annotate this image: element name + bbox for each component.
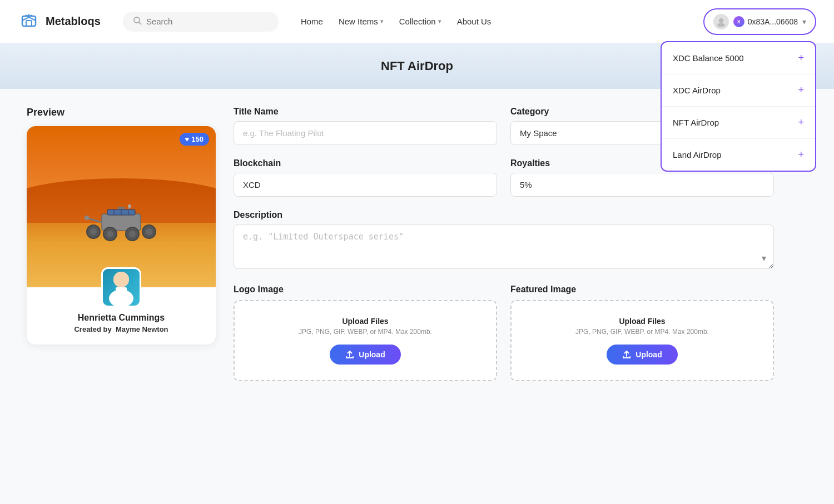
svg-rect-31 [116, 287, 127, 300]
nav-home[interactable]: Home [301, 17, 323, 26]
app-name: Metabloqs [46, 15, 101, 28]
nav-collection[interactable]: Collection ▾ [399, 17, 441, 26]
svg-line-22 [88, 218, 102, 222]
svg-point-21 [146, 228, 152, 235]
upload-icon [622, 350, 631, 359]
wallet-address: X 0x83A...06608 [733, 16, 798, 27]
svg-point-15 [90, 228, 97, 235]
creator-avatar [101, 267, 141, 307]
rover-illustration [77, 203, 166, 247]
royalties-input[interactable] [510, 173, 774, 197]
avatar-section: Henrietta Cummings Created by Mayme Newt… [27, 267, 216, 333]
featured-upload-box: Upload Files JPG, PNG, GIF, WEBP, or MP4… [510, 300, 774, 381]
svg-point-17 [107, 231, 113, 237]
dropdown-item-xdc-airdrop[interactable]: XDC AirDrop + [662, 74, 815, 107]
nav-links: Home New Items ▾ Collection ▾ About Us [301, 17, 703, 26]
chevron-down-icon: ▾ [438, 18, 441, 25]
preview-card: ♥ 150 Henrietta Cummings [27, 126, 216, 345]
svg-point-8 [717, 23, 725, 27]
plus-icon: + [798, 117, 804, 128]
logo-area[interactable]: Metabloqs [18, 9, 101, 34]
search-icon [133, 16, 142, 27]
title-name-group: Title Name [234, 107, 497, 145]
logo-image-group: Logo Image Upload Files JPG, PNG, GIF, W… [234, 285, 497, 381]
logo-upload-button[interactable]: Upload [330, 345, 400, 365]
wallet-button[interactable]: X 0x83A...06608 ▾ [703, 8, 816, 35]
navbar: Metabloqs Home New Items ▾ Collection ▾ … [0, 0, 834, 43]
description-wrapper: ▾ [234, 224, 774, 271]
logo-upload-hint: JPG, PNG, GIF, WEBP, or MP4. Max 200mb. [246, 328, 485, 336]
description-label: Description [234, 210, 774, 220]
title-name-input[interactable] [234, 121, 497, 145]
upload-row: Logo Image Upload Files JPG, PNG, GIF, W… [234, 285, 774, 381]
featured-image-label: Featured Image [510, 285, 774, 295]
description-textarea[interactable] [234, 224, 774, 269]
nav-new-items[interactable]: New Items ▾ [339, 17, 384, 26]
dropdown-item-land-airdrop[interactable]: Land AirDrop + [662, 139, 815, 171]
featured-upload-hint: JPG, PNG, GIF, WEBP, or MP4. Max 200mb. [523, 328, 762, 336]
svg-point-7 [719, 18, 723, 23]
chevron-down-icon: ▾ [380, 18, 384, 25]
featured-image-group: Featured Image Upload Files JPG, PNG, GI… [510, 285, 774, 381]
blockchain-group: Blockchain [234, 158, 497, 197]
logo-icon [18, 9, 40, 34]
plus-icon: + [798, 84, 804, 96]
wallet-chevron-icon: ▾ [802, 17, 806, 26]
creator-name: Henrietta Cummings [78, 313, 165, 323]
featured-upload-button[interactable]: Upload [607, 345, 677, 365]
preview-label: Preview [27, 107, 216, 118]
dropdown-item-xdc-balance[interactable]: XDC Balance 5000 + [662, 42, 815, 74]
heart-icon: ♥ [185, 135, 190, 143]
upload-icon [345, 350, 354, 359]
svg-rect-1 [26, 21, 32, 26]
form-row-description: Description ▾ [234, 210, 774, 271]
chevron-down-icon: ▾ [762, 253, 766, 263]
coin-icon: X [733, 16, 744, 27]
svg-point-19 [129, 231, 136, 237]
blockchain-label: Blockchain [234, 158, 497, 168]
featured-upload-files-text: Upload Files [523, 317, 762, 326]
search-bar[interactable] [123, 12, 279, 32]
created-by: Created by Mayme Newton [74, 325, 168, 333]
svg-point-11 [128, 204, 131, 208]
description-group: Description ▾ [234, 210, 774, 271]
preview-image: ♥ 150 [27, 126, 216, 287]
logo-upload-box: Upload Files JPG, PNG, GIF, WEBP, or MP4… [234, 300, 497, 381]
search-input[interactable] [146, 17, 269, 26]
logo-image-label: Logo Image [234, 285, 497, 295]
blockchain-input[interactable] [234, 173, 497, 197]
dropdown-item-nft-airdrop[interactable]: NFT AirDrop + [662, 107, 815, 139]
wallet-dropdown: XDC Balance 5000 + XDC AirDrop + NFT Air… [661, 41, 816, 172]
title-name-label: Title Name [234, 107, 497, 117]
svg-point-30 [113, 272, 129, 287]
logo-upload-files-text: Upload Files [246, 317, 485, 326]
plus-icon: + [798, 52, 804, 64]
rover-scene [27, 126, 216, 287]
preview-section: Preview [27, 107, 216, 381]
avatar [713, 14, 729, 29]
like-badge: ♥ 150 [180, 133, 209, 146]
plus-icon: + [798, 149, 804, 161]
svg-line-6 [139, 22, 141, 24]
nav-about[interactable]: About Us [457, 17, 492, 26]
svg-point-23 [85, 216, 89, 220]
